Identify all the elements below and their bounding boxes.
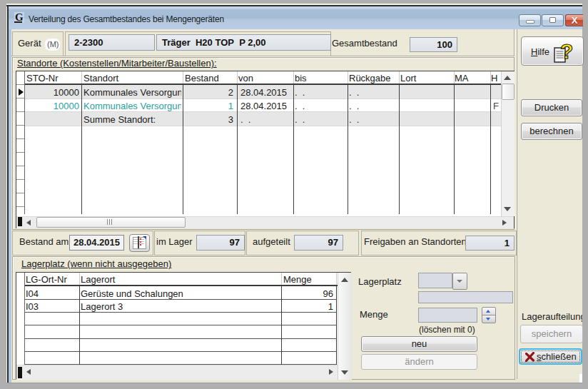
svg-text:?: ? — [560, 40, 573, 63]
